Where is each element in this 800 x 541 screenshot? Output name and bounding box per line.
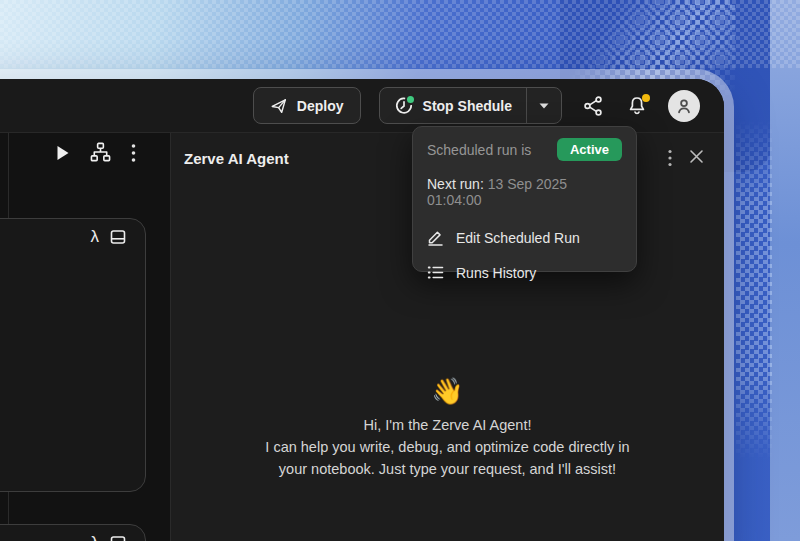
next-run-row: Next run: 13 Sep 2025 01:04:00: [427, 176, 622, 208]
dock-panel-icon[interactable]: [109, 534, 127, 541]
close-icon: [689, 149, 704, 164]
welcome-line-3: your notebook. Just type your request, a…: [171, 458, 724, 480]
status-badge: Active: [557, 138, 622, 161]
flow-hierarchy-icon: [90, 142, 111, 163]
schedule-split-button: Stop Shedule: [379, 87, 562, 124]
menu-item-label: Edit Scheduled Run: [456, 230, 580, 246]
deploy-label: Deploy: [297, 98, 344, 114]
deploy-button[interactable]: Deploy: [253, 87, 361, 124]
schedule-clock-icon: [394, 96, 414, 116]
welcome-line-1: Hi, I'm the Zerve AI Agent!: [171, 414, 724, 436]
notifications-button[interactable]: [624, 93, 650, 119]
kebab-menu-icon: [131, 143, 136, 163]
top-toolbar: Deploy Stop Shedule: [0, 79, 724, 133]
wave-emoji: 👋: [171, 376, 724, 406]
welcome-line-2: I can help you write, debug, and optimiz…: [171, 436, 724, 458]
deploy-icon: [270, 97, 288, 115]
cell-header-icons: λ: [91, 533, 128, 541]
canvas-area: λ λ: [0, 133, 170, 541]
run-button[interactable]: [56, 145, 70, 161]
menu-item-label: Runs History: [456, 265, 536, 281]
kebab-menu-icon: [668, 149, 672, 167]
code-cell[interactable]: λ: [0, 218, 146, 492]
background-pixel-dots-right: [736, 120, 772, 460]
chevron-down-icon: [539, 103, 549, 109]
lambda-icon[interactable]: λ: [91, 227, 100, 247]
menu-item-edit-scheduled-run[interactable]: Edit Scheduled Run: [427, 229, 622, 246]
next-run-label: Next run:: [427, 176, 484, 192]
stop-schedule-button[interactable]: Stop Shedule: [380, 88, 526, 123]
canvas-toolbar: [56, 142, 136, 163]
cell-header-icons: λ: [91, 227, 128, 247]
schedule-status-row: Scheduled run is Active: [427, 138, 622, 161]
agent-menu-button[interactable]: [668, 149, 672, 167]
share-button[interactable]: [580, 93, 606, 119]
menu-item-runs-history[interactable]: Runs History: [427, 264, 622, 281]
user-avatar[interactable]: [668, 90, 700, 122]
schedule-dropdown-toggle[interactable]: [526, 88, 561, 123]
code-cell[interactable]: λ: [0, 524, 146, 541]
stop-schedule-label: Stop Shedule: [423, 98, 512, 114]
list-icon: [427, 264, 444, 281]
notification-dot: [642, 94, 650, 102]
agent-welcome-message: 👋 Hi, I'm the Zerve AI Agent! I can help…: [171, 376, 724, 480]
dock-panel-icon[interactable]: [109, 228, 127, 246]
schedule-popover: Scheduled run is Active Next run: 13 Sep…: [412, 126, 637, 272]
lambda-icon[interactable]: λ: [91, 533, 100, 541]
share-icon: [582, 95, 604, 117]
flow-view-button[interactable]: [90, 142, 111, 163]
play-icon: [56, 145, 70, 161]
user-icon: [675, 97, 693, 115]
canvas-menu-button[interactable]: [131, 143, 136, 163]
background-right-column: [770, 0, 800, 541]
pencil-icon: [427, 229, 444, 246]
schedule-status-label: Scheduled run is: [427, 142, 531, 158]
schedule-active-dot: [405, 94, 416, 105]
close-panel-button[interactable]: [689, 149, 704, 164]
panel-title: Zerve AI Agent: [184, 150, 289, 167]
